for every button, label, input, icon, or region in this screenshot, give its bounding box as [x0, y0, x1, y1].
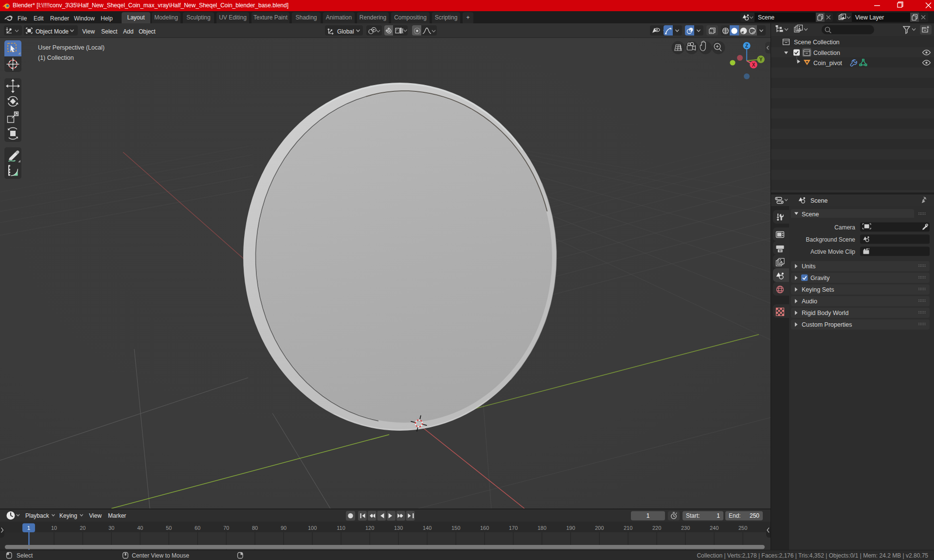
svg-text:250: 250 [738, 525, 747, 531]
svg-text:Keying: Keying [59, 512, 77, 519]
svg-text:240: 240 [710, 525, 718, 531]
svg-text:User Perspective (Local): User Perspective (Local) [38, 44, 105, 51]
svg-text:Rigid Body World: Rigid Body World [802, 310, 848, 316]
svg-text:1: 1 [717, 512, 720, 519]
svg-text:60: 60 [195, 525, 200, 531]
svg-text:1: 1 [27, 525, 30, 531]
svg-text:110: 110 [337, 525, 345, 531]
svg-text:Collection: Collection [813, 50, 840, 56]
svg-text:130: 130 [394, 525, 403, 531]
svg-text:40: 40 [137, 525, 143, 531]
svg-text:Camera: Camera [834, 224, 855, 231]
svg-text:190: 190 [566, 525, 575, 531]
svg-text:View: View [89, 512, 102, 519]
svg-text:80: 80 [252, 525, 258, 531]
svg-text:220: 220 [652, 525, 661, 531]
svg-text:Scene Collection: Scene Collection [794, 39, 840, 46]
svg-text:End:: End: [729, 512, 741, 519]
svg-text:Scene: Scene [810, 197, 827, 204]
svg-text:230: 230 [681, 525, 690, 531]
svg-text:250: 250 [750, 512, 759, 519]
svg-text:X: X [752, 62, 755, 68]
svg-text:180: 180 [538, 525, 546, 531]
svg-text:Y: Y [759, 57, 763, 62]
svg-text:1: 1 [647, 512, 650, 519]
svg-text:50: 50 [166, 525, 172, 531]
svg-text:Gravity: Gravity [810, 275, 830, 281]
svg-text:Z: Z [745, 43, 748, 49]
svg-text:160: 160 [480, 525, 489, 531]
svg-text:Background Scene: Background Scene [806, 236, 856, 243]
svg-text:120: 120 [365, 525, 374, 531]
svg-text:20: 20 [80, 525, 86, 531]
svg-text:70: 70 [223, 525, 229, 531]
svg-text:Active Movie Clip: Active Movie Clip [810, 248, 855, 255]
svg-text:140: 140 [423, 525, 431, 531]
svg-text:30: 30 [108, 525, 114, 531]
svg-text:(1) Collection: (1) Collection [38, 54, 74, 61]
svg-text:100: 100 [308, 525, 317, 531]
svg-text:Scene: Scene [802, 211, 819, 218]
svg-text:150: 150 [451, 525, 460, 531]
svg-text:Start:: Start: [686, 512, 700, 519]
svg-text:Playback: Playback [25, 512, 50, 519]
svg-text:200: 200 [595, 525, 604, 531]
svg-text:210: 210 [624, 525, 632, 531]
svg-text:Coin_pivot: Coin_pivot [813, 60, 843, 67]
svg-text:Audio: Audio [802, 298, 817, 305]
svg-text:Marker: Marker [108, 512, 126, 519]
svg-text:90: 90 [281, 525, 287, 531]
svg-text:170: 170 [509, 525, 518, 531]
svg-text:Units: Units [802, 263, 815, 270]
svg-text:Keying Sets: Keying Sets [802, 286, 834, 293]
svg-text:10: 10 [51, 525, 57, 531]
svg-text:Custom Properties: Custom Properties [802, 321, 852, 328]
